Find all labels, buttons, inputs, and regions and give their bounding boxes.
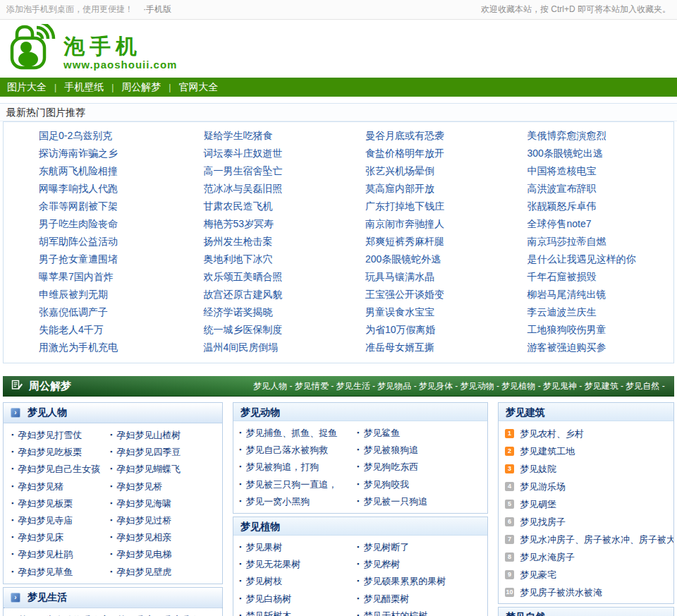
hot-link[interactable]: 南京玛莎拉蒂自燃 bbox=[527, 233, 674, 250]
dream-link[interactable]: 孕妇梦见电梯 bbox=[116, 549, 171, 560]
hot-link[interactable]: 范冰冰与吴磊旧照 bbox=[204, 180, 339, 198]
dream-link[interactable]: 孕妇梦见杜鹃 bbox=[18, 549, 73, 560]
dream-link[interactable]: 梦见果树 bbox=[245, 542, 282, 552]
dream-link[interactable]: 梦见树断了 bbox=[363, 542, 409, 552]
dream-link[interactable]: 孕妇梦见山楂树 bbox=[116, 430, 181, 440]
dream-link[interactable]: 梦见水冲房子、房子被水冲、房子被大水 bbox=[520, 531, 673, 548]
hot-link[interactable]: 男子抢女童遭围堵 bbox=[39, 250, 171, 268]
dream-link[interactable]: 孕妇梦见过桥 bbox=[116, 515, 171, 526]
hot-link[interactable]: 词坛泰斗庄奴逝世 bbox=[204, 145, 339, 162]
hot-link[interactable]: 申维辰被判无期 bbox=[39, 286, 171, 303]
hot-link[interactable]: 中国将造核电宝 bbox=[527, 162, 674, 180]
dream-link[interactable]: 梦见一窝小黑狗 bbox=[245, 496, 310, 507]
dream-link[interactable]: 孕妇梦见海啸 bbox=[116, 498, 171, 509]
hot-link[interactable]: 高洪波宣布辞职 bbox=[527, 180, 674, 198]
hot-link[interactable]: 男子吃生肉险丧命 bbox=[39, 215, 171, 233]
dream-link[interactable]: 孕妇梦见板栗 bbox=[18, 498, 73, 509]
hot-link[interactable]: 疑给学生吃猪食 bbox=[204, 127, 339, 145]
hot-link[interactable]: 用激光为手机充电 bbox=[39, 339, 171, 356]
dream-category-link[interactable]: 梦见身体 bbox=[419, 380, 461, 392]
dream-link[interactable]: 孕妇梦见打雪仗 bbox=[18, 430, 82, 440]
hot-link[interactable]: 经济学诺奖揭晓 bbox=[204, 303, 339, 321]
dream-category-link[interactable]: 梦见鬼神 bbox=[543, 380, 585, 392]
dream-category-link[interactable]: 梦见动物 bbox=[461, 380, 502, 392]
hot-link[interactable]: 是什么让我遇见这样的你 bbox=[527, 250, 674, 268]
main-nav-link[interactable]: 图片大全 bbox=[7, 81, 47, 92]
main-nav-link[interactable]: 官网大全 bbox=[178, 81, 218, 92]
site-logo[interactable]: 泡手机 www.paoshouii.com bbox=[8, 24, 177, 73]
dream-link[interactable]: 梦见游乐场 bbox=[520, 478, 566, 495]
mobile-version-link[interactable]: ·手机版 bbox=[143, 4, 171, 14]
hot-link[interactable]: 美俄博弈愈演愈烈 bbox=[527, 127, 674, 145]
hot-link[interactable]: 李云迪波兰庆生 bbox=[527, 303, 674, 321]
dream-link[interactable]: 梦见碉堡 bbox=[520, 495, 556, 513]
dream-category-link[interactable]: 梦见自然 bbox=[626, 380, 667, 392]
hot-link[interactable]: 余罪等网剧被下架 bbox=[39, 198, 171, 215]
hot-link[interactable]: 食盐价格明年放开 bbox=[365, 145, 506, 162]
dream-link[interactable]: 梦见农村、乡村 bbox=[520, 425, 584, 442]
dream-link[interactable]: 梦见狗咬我 bbox=[363, 479, 409, 490]
dream-link[interactable]: 梦见被狼狗追 bbox=[363, 445, 418, 455]
dream-link[interactable]: 梦见硕果累累的果树 bbox=[363, 576, 446, 586]
hot-link[interactable]: 曝苹果7国内首炸 bbox=[39, 268, 171, 286]
dream-category-link[interactable]: 梦见建筑 bbox=[585, 380, 626, 392]
hot-link[interactable]: 张嘉倪低调产子 bbox=[39, 303, 171, 321]
dream-link[interactable]: 孕妇梦见四季豆 bbox=[116, 447, 181, 457]
hot-link[interactable]: 扬州发生枪击案 bbox=[204, 233, 339, 250]
dream-link[interactable]: 孕妇梦见寺庙 bbox=[18, 515, 73, 526]
dream-link[interactable]: 梦见干枯的棕树 bbox=[363, 610, 427, 616]
hot-link[interactable]: 郑爽短裤秀麻杆腿 bbox=[365, 233, 506, 250]
hot-link[interactable]: 高一男生宿舍坠亡 bbox=[204, 162, 339, 180]
hot-link[interactable]: 准岳母女婿互撕 bbox=[365, 339, 506, 356]
hot-link[interactable]: 为省10万假离婚 bbox=[365, 321, 506, 339]
hot-link[interactable]: 欢乐颂五美晒合照 bbox=[204, 268, 339, 286]
dream-link[interactable]: 梦见建筑工地 bbox=[520, 442, 575, 460]
hot-link[interactable]: 失能老人4千万 bbox=[39, 321, 171, 339]
dream-link[interactable]: 孕妇梦见床 bbox=[18, 532, 63, 543]
dream-link[interactable]: 孕妇梦见草鱼 bbox=[18, 567, 73, 577]
dream-category-link[interactable]: 梦见情爱 bbox=[295, 380, 336, 392]
dream-link[interactable]: 梦见豪宅 bbox=[520, 566, 556, 584]
hot-link[interactable]: 200条眼镜蛇外逃 bbox=[365, 250, 506, 268]
dream-link[interactable]: 梦见树枝 bbox=[245, 576, 282, 586]
dream-category-link[interactable]: 梦见生活 bbox=[336, 380, 378, 392]
dream-link[interactable]: 梦见无花果树 bbox=[245, 559, 300, 569]
hot-link[interactable]: 国足0-2乌兹别克 bbox=[39, 127, 171, 145]
dream-link[interactable]: 孕妇梦见相亲 bbox=[116, 532, 171, 543]
hot-link[interactable]: 千年石窟被损毁 bbox=[527, 268, 674, 286]
hot-link[interactable]: 全球停售note7 bbox=[527, 215, 674, 233]
hot-link[interactable]: 梅艳芳53岁冥寿 bbox=[204, 215, 339, 233]
dream-link[interactable]: 孕妇梦见桥 bbox=[116, 481, 162, 492]
dream-link[interactable]: 梦见醋栗树 bbox=[363, 593, 409, 604]
hot-link[interactable]: 探访海南诈骗之乡 bbox=[39, 145, 171, 162]
dream-link[interactable]: 梦见房子被洪水被淹 bbox=[520, 584, 602, 601]
hot-link[interactable]: 胡军助阵公益活动 bbox=[39, 233, 171, 250]
dream-category-link[interactable]: 梦见物品 bbox=[377, 380, 419, 392]
dream-link[interactable]: 梦见被狗追，打狗 bbox=[245, 461, 319, 472]
hot-link[interactable]: 游客被强迫购买参 bbox=[527, 339, 674, 356]
hot-link[interactable]: 网曝李响找人代跑 bbox=[39, 180, 171, 198]
dream-link[interactable]: 孕妇梦见猪 bbox=[18, 481, 63, 492]
hot-link[interactable]: 工地狼狗咬伤男童 bbox=[527, 321, 674, 339]
dream-category-link[interactable]: 梦见植物 bbox=[501, 380, 543, 392]
hot-link[interactable]: 曼谷月底或有恐袭 bbox=[365, 127, 506, 145]
dream-link[interactable]: 孕妇梦见蝴蝶飞 bbox=[116, 464, 181, 474]
hot-link[interactable]: 广东打掉地下钱庄 bbox=[365, 198, 506, 215]
main-nav-link[interactable]: 周公解梦 bbox=[121, 81, 161, 92]
dream-link[interactable]: 梦见狗吃东西 bbox=[363, 461, 418, 472]
dream-category-link[interactable]: 梦见人物 bbox=[253, 380, 295, 392]
dream-link[interactable]: 梦见妓院 bbox=[520, 460, 556, 478]
dream-link[interactable]: 梦见斩树木 bbox=[245, 610, 291, 616]
dream-link[interactable]: 梦见自己落水被狗救 bbox=[245, 445, 328, 455]
dream-link[interactable]: 孕妇梦见吃板栗 bbox=[18, 447, 82, 457]
hot-link[interactable]: 张艺兴机场晕倒 bbox=[365, 162, 506, 180]
dream-link[interactable]: 梦见桦树 bbox=[363, 559, 400, 569]
hot-link[interactable]: 南京闹市奔驰撞人 bbox=[365, 215, 506, 233]
hot-link[interactable]: 男童误食水宝宝 bbox=[365, 303, 506, 321]
hot-link[interactable]: 统一城乡医保制度 bbox=[204, 321, 339, 339]
hot-link[interactable]: 张靓颖怒斥卓伟 bbox=[527, 198, 674, 215]
main-nav-link[interactable]: 手机壁纸 bbox=[64, 81, 104, 92]
dream-link[interactable]: 梦见找房子 bbox=[520, 513, 566, 531]
hot-link[interactable]: 东航两飞机险相撞 bbox=[39, 162, 171, 180]
hot-link[interactable]: 柳岩马尾清纯出镜 bbox=[527, 286, 674, 303]
